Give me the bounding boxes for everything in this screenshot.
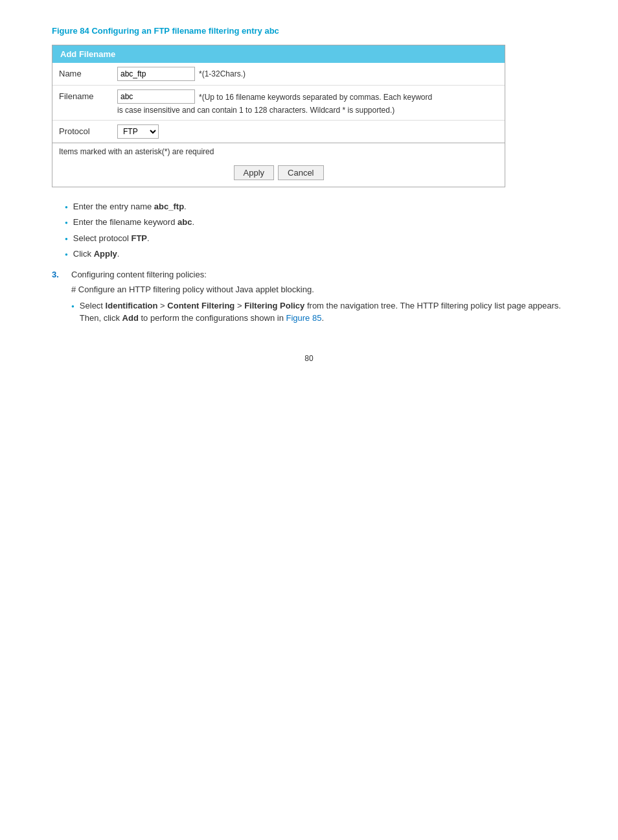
step3-sub-bullets: ● Select Identification > Content Filter… [71,299,566,325]
form-footer-note: Items marked with an asterisk(*) are req… [52,143,505,160]
bullet-item-2: ● Enter the filename keyword abc. [65,216,566,229]
step3-content: Configuring content filtering policies: … [71,270,566,328]
bullet-item-3: ● Select protocol FTP. [65,232,566,245]
figure85-link: Figure 85 [286,313,322,323]
step3-container: 3. Configuring content filtering policie… [52,270,566,328]
step3-hash-line: # Configure an HTTP filtering policy wit… [71,285,566,294]
protocol-row: Protocol FTP HTTP SMTP [52,121,505,143]
form-header: Add Filename [52,45,505,63]
protocol-label: Protocol [59,124,117,136]
cancel-button[interactable]: Cancel [278,165,323,180]
step3-sub-bullet-1: ● Select Identification > Content Filter… [71,299,566,325]
filename-field: *(Up to 16 filename keywords separated b… [117,89,498,116]
name-input[interactable] [117,67,195,81]
bullet-item-1: ● Enter the entry name abc_ftp. [65,200,566,213]
bullet-circle-icon-2: ● [65,219,68,227]
bullet-text-4: Click Apply. [73,248,120,261]
filename-content: *(Up to 16 filename keywords separated b… [117,89,432,116]
name-hint: *(1-32Chars.) [199,67,246,80]
protocol-field: FTP HTTP SMTP [117,124,498,139]
bullet-circle-icon-4: ● [65,251,68,259]
bullet-text-3: Select protocol FTP. [73,232,150,245]
step3-sub-text: Select Identification > Content Filterin… [80,299,566,325]
page-number: 80 [52,354,566,363]
figure-title: Figure 84 Configuring an FTP filename fi… [52,26,566,36]
bullet-text-2: Enter the filename keyword abc. [73,216,194,229]
form-body: Name *(1-32Chars.) Filename *(Up to 16 f… [52,63,505,143]
bullet-circle-icon-3: ● [65,235,68,243]
filename-top: *(Up to 16 filename keywords separated b… [117,89,432,104]
bullet-text-1: Enter the entry name abc_ftp. [73,200,187,213]
protocol-select[interactable]: FTP HTTP SMTP [117,124,159,139]
apply-button[interactable]: Apply [234,165,275,180]
step3-bullet-icon: ● [71,303,74,310]
step3-number: 3. [52,270,71,279]
name-row: Name *(1-32Chars.) [52,63,505,86]
name-field: *(1-32Chars.) [117,67,498,81]
filename-row: Filename *(Up to 16 filename keywords se… [52,86,505,121]
instruction-bullet-list: ● Enter the entry name abc_ftp. ● Enter … [65,200,566,261]
bullet-instructions: ● Enter the entry name abc_ftp. ● Enter … [65,200,566,261]
filename-label: Filename [59,89,117,101]
add-filename-form: Add Filename Name *(1-32Chars.) Filename… [52,45,505,187]
filename-hint-line2: is case insensitive and can contain 1 to… [117,105,432,116]
filename-input[interactable] [117,89,195,104]
form-actions: Apply Cancel [52,160,505,187]
name-label: Name [59,67,117,78]
step3-title: Configuring content filtering policies: [71,270,566,279]
filename-hint-line1: *(Up to 16 filename keywords separated b… [199,90,432,103]
bullet-circle-icon: ● [65,204,68,211]
bullet-item-4: ● Click Apply. [65,248,566,261]
